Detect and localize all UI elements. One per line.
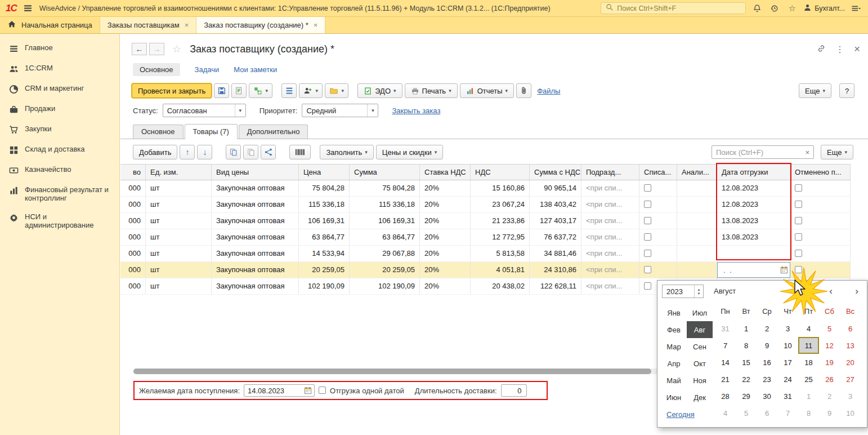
cell-dept[interactable]: <при спи... (581, 213, 639, 229)
favorite-star-icon[interactable]: ☆ (172, 43, 181, 55)
cancelled-checkbox[interactable] (795, 266, 802, 273)
cell-cancelled[interactable] (790, 197, 851, 212)
create-based-on-button[interactable]: ▾ (249, 83, 272, 98)
cell-analytics[interactable] (677, 197, 717, 212)
cell-dept[interactable]: <при спи... (581, 278, 639, 294)
next-month-button[interactable]: › (850, 285, 863, 298)
cell-analytics[interactable] (677, 229, 717, 245)
cell-writeoff[interactable] (639, 180, 677, 196)
cell-sum[interactable]: 106 169,31 (350, 213, 420, 229)
writeoff-checkbox[interactable] (644, 233, 651, 241)
calendar-day-14[interactable]: 14 (715, 354, 736, 371)
calendar-day-29[interactable]: 29 (736, 388, 757, 405)
cell-vat[interactable]: 20 438,02 (471, 278, 530, 294)
calendar-day-24[interactable]: 24 (777, 371, 798, 388)
move-up-button[interactable]: ↑ (180, 145, 195, 159)
cell-sum[interactable]: 20 259,05 (350, 262, 420, 278)
cell-price[interactable]: 20 259,05 (299, 262, 350, 278)
close-order-link[interactable]: Закрыть заказ (392, 106, 440, 115)
calendar-day-18[interactable]: 18 (798, 354, 819, 371)
cell-price[interactable]: 14 533,94 (299, 246, 350, 261)
calendar-day-23[interactable]: 23 (757, 371, 777, 388)
cell-price[interactable]: 75 804,28 (299, 180, 350, 196)
cell-unit[interactable]: шт (146, 180, 212, 196)
calendar-day-12[interactable]: 12 (819, 337, 840, 354)
writeoff-checkbox[interactable] (644, 266, 651, 273)
calendar-month-5[interactable]: Май (661, 372, 687, 389)
cell-price_type[interactable]: Закупочная оптовая (212, 229, 299, 245)
copy-row-button[interactable] (226, 145, 241, 159)
spin-up-icon[interactable]: ▴ (698, 287, 700, 291)
cell-unit[interactable]: шт (146, 278, 212, 294)
save-button[interactable] (214, 83, 229, 98)
writeoff-checkbox[interactable] (644, 184, 651, 192)
cell-unit[interactable]: шт (146, 262, 212, 278)
cell-cancelled[interactable] (790, 180, 851, 196)
prices-discounts-button[interactable]: Цены и скидки▾ (376, 145, 443, 159)
cell-sum[interactable]: 63 864,77 (350, 229, 420, 245)
calendar-day-16[interactable]: 16 (757, 354, 777, 371)
calendar-day-6[interactable]: 6 (840, 320, 861, 337)
calendar-day-5[interactable]: 5 (819, 320, 840, 337)
calendar-day-2-adjacent[interactable]: 2 (819, 388, 840, 405)
table-search-input[interactable]: Поиск (Ctrl+F) × (712, 145, 814, 159)
files-link[interactable]: Файлы (537, 87, 560, 95)
post-button[interactable] (231, 83, 247, 98)
edo-button[interactable]: ЭДО▾ (357, 83, 402, 98)
calendar-day-6-adjacent[interactable]: 6 (757, 405, 777, 421)
cell-total[interactable]: 34 881,46 (530, 246, 581, 261)
cell-dept[interactable]: <при спи... (581, 229, 639, 245)
tab-home-page[interactable]: Начальная страница (0, 17, 100, 33)
calendar-day-3[interactable]: 3 (777, 320, 798, 337)
column-header-price[interactable]: Цена (299, 165, 350, 180)
back-button[interactable]: ← (132, 43, 147, 55)
history-icon[interactable] (768, 2, 781, 15)
calendar-month-9[interactable]: Сен (687, 338, 713, 355)
cell-dept[interactable]: <при спи... (581, 262, 639, 278)
cell-price_type[interactable]: Закупочная оптовая (212, 197, 299, 212)
cell-dept[interactable]: <при спи... (581, 246, 639, 261)
move-down-button[interactable]: ↓ (197, 145, 212, 159)
1c-logo[interactable]: 1С (6, 3, 17, 14)
cell-analytics[interactable] (677, 262, 717, 278)
cell-vat_rate[interactable]: 20% (420, 213, 471, 229)
calendar-day-10[interactable]: 10 (777, 337, 798, 354)
cell-writeoff[interactable] (639, 229, 677, 245)
calendar-day-19[interactable]: 19 (819, 354, 840, 371)
cell-vat_rate[interactable]: 20% (420, 229, 471, 245)
cell-vat_rate[interactable]: 20% (420, 262, 471, 278)
calendar-day-22[interactable]: 22 (736, 371, 757, 388)
column-header-ship_date[interactable]: Дата отгрузки (717, 165, 790, 180)
cell-qty[interactable]: 000 (120, 229, 146, 245)
cell-vat_rate[interactable]: 20% (420, 180, 471, 196)
calendar-month-7[interactable]: Июл (687, 304, 713, 321)
cell-sum[interactable]: 29 067,88 (350, 246, 420, 261)
cell-price[interactable]: 115 336,18 (299, 197, 350, 212)
cell-price[interactable]: 63 864,77 (299, 229, 350, 245)
cell-qty[interactable]: 000 (120, 278, 146, 294)
cell-qty[interactable]: 000 (120, 246, 146, 261)
add-row-button[interactable]: Добавить (133, 145, 177, 159)
cell-unit[interactable]: шт (146, 229, 212, 245)
tab-dopolnitelno[interactable]: Дополнительно (239, 125, 308, 139)
cell-vat_rate[interactable]: 20% (420, 278, 471, 294)
calendar-day-13[interactable]: 13 (840, 337, 861, 354)
cell-price_type[interactable]: Закупочная оптовая (212, 246, 299, 261)
hamburger-menu-icon[interactable] (22, 2, 34, 15)
notifications-bell-icon[interactable] (751, 2, 763, 15)
cell-price[interactable]: 102 190,09 (299, 278, 350, 294)
year-spinner[interactable]: ▴ ▾ (694, 285, 703, 298)
cell-cancelled[interactable] (790, 213, 851, 229)
column-header-vat[interactable]: НДС (471, 165, 530, 180)
calendar-day-2[interactable]: 2 (757, 320, 777, 337)
cancelled-checkbox[interactable] (795, 250, 802, 257)
calendar-day-21[interactable]: 21 (715, 371, 736, 388)
cell-total[interactable]: 76 637,72 (530, 229, 581, 245)
cancelled-checkbox[interactable] (795, 233, 802, 241)
calendar-day-20[interactable]: 20 (840, 354, 861, 371)
table-row[interactable]: 000штЗакупочная оптовая14 533,9429 067,8… (120, 246, 851, 262)
writeoff-checkbox[interactable] (644, 250, 651, 257)
table-more-button[interactable]: Еще▾ (821, 145, 853, 159)
table-row[interactable]: 000штЗакупочная оптовая63 864,7763 864,7… (120, 229, 851, 246)
calendar-month-2[interactable]: Фев (661, 321, 687, 338)
